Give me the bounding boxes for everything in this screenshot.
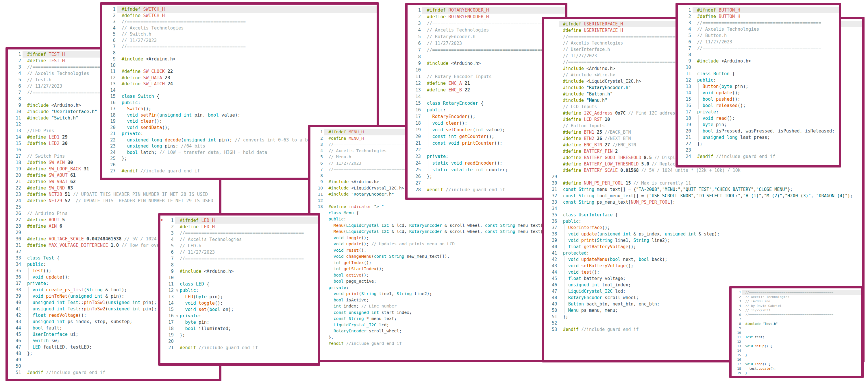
breakpoint-gutter [160,332,163,338]
fold-gutter [324,204,328,210]
breakpoint-gutter [310,185,313,192]
code-line: }; [310,334,545,341]
code-text: #define LED_H [179,224,318,230]
breakpoint-gutter [408,60,410,67]
fold-gutter [23,83,26,89]
code-text [696,147,839,153]
code-line: 10 [732,331,861,335]
code-line: bool active(); [310,272,545,278]
fold-gutter [559,27,562,34]
fold-gutter [422,54,426,60]
line-number: 14 [105,87,117,94]
fold-gutter [117,38,121,44]
breakpoint-gutter [102,100,105,106]
line-number: 2 [410,13,423,20]
fold-gutter [559,180,562,186]
fold-gutter [692,77,696,83]
code-line: 18 bool illuminated; [160,325,318,332]
breakpoint-gutter [102,162,105,168]
breakpoint-icon[interactable]: ● [160,217,163,224]
fold-gutter [117,31,121,38]
line-number: 17 [10,153,23,159]
line-number: 6 [10,83,23,89]
fold-gutter [324,166,328,173]
fold-gutter [324,285,328,291]
code-text: unsigned long last_press; [696,134,839,141]
code-line: 17void loop() { [732,362,861,366]
fold-gutter [324,229,328,235]
line-number: 11 [733,335,742,340]
line-number: 6 [410,40,423,47]
code-line: 14 [102,87,377,94]
code-line: 21 unsigned long last_press; [678,134,839,141]
code-panel-ta2008-ino[interactable]: 1//=====================================… [729,286,864,378]
code-text: void update(); // Updates and prints men… [328,241,545,247]
code-text: class Menu { [328,210,545,216]
fold-gutter [175,294,179,300]
fold-gutter [175,243,179,249]
code-text: class UserInterface { [562,212,862,218]
fold-chevron-icon[interactable]: ∨ [175,287,179,294]
breakpoint-gutter [8,357,10,363]
line-number: 10 [105,62,117,69]
screenshot-collage: 1#ifndef TEST_H2#define TEST_H3//=======… [0,0,868,383]
code-line: 16 [732,357,861,362]
line-number: 27 [410,180,423,186]
code-line: void reset(); [310,247,545,254]
code-line: 11class Button { [678,70,839,77]
code-panel-button-h[interactable]: 1#ifndef BUTTON_H2#define BUTTON_H3//===… [676,3,841,168]
breakpoint-gutter [408,80,410,87]
fold-gutter [324,334,328,341]
fold-gutter [117,100,121,106]
code-line: int getStartIndex(); [310,266,545,272]
fold-gutter [422,87,426,93]
fold-gutter [23,293,26,299]
fold-gutter [422,113,426,120]
code-line: const unsigned int start_index; [310,310,545,316]
code-text: protected: [562,250,862,256]
line-number: 9 [680,58,693,64]
breakpoint-gutter [544,53,547,59]
code-text: #ifndef LED_H [179,217,318,224]
fold-gutter [117,131,121,137]
breakpoint-gutter [678,153,680,160]
fold-chevron-icon[interactable]: ∨ [175,313,179,319]
breakpoint-gutter [8,204,10,210]
fold-gutter [324,154,328,160]
line-number: 7 [163,256,176,262]
line-number: 3 [733,299,742,304]
breakpoint-gutter [544,78,547,85]
line-number: 49 [10,357,23,363]
breakpoint-gutter [8,223,10,229]
code-text [179,274,318,281]
code-line: 34 [544,205,862,212]
breakpoint-gutter [544,91,547,97]
line-number: 38 [547,231,558,237]
breakpoint-gutter [8,147,10,153]
fold-gutter [23,96,26,102]
fold-gutter [324,173,328,179]
code-line: 8 [678,52,839,58]
breakpoint-gutter [160,281,163,287]
fold-gutter [559,136,562,142]
breakpoint-gutter [408,67,410,73]
fold-gutter [23,58,26,64]
fold-gutter [692,70,696,77]
breakpoint-gutter [8,242,10,248]
code-line: ●1#ifndef LED_H [160,217,318,224]
fold-gutter [117,50,121,56]
breakpoint-gutter [678,90,680,96]
code-text: #define SWITCH_H [121,13,377,19]
code-text: byte pin; [179,319,318,325]
code-line: 29 [544,174,862,180]
code-text: void setBatteryVoltage(); [562,263,862,269]
fold-gutter [117,118,121,125]
line-number: 31 [10,242,23,248]
code-panel-led-h[interactable]: ●1#ifndef LED_H2#define LED_H3//========… [158,213,320,366]
fold-gutter [422,167,426,173]
breakpoint-gutter [544,148,547,154]
fold-gutter [422,93,426,100]
code-text [696,52,839,58]
line-number [547,142,558,148]
line-number: 13 [313,204,324,210]
